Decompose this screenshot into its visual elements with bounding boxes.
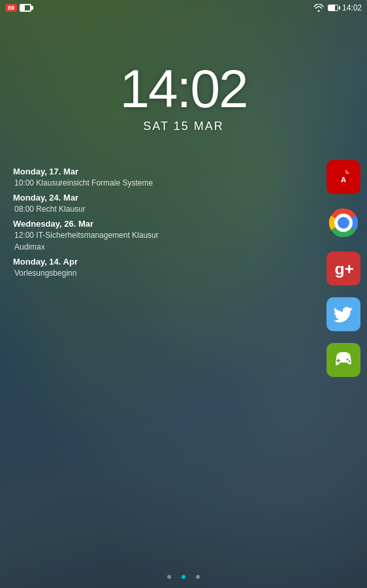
nav-dot-1[interactable] — [167, 575, 171, 579]
clock-date: SAT 15 MAR — [0, 120, 367, 133]
wifi-icon — [313, 4, 324, 12]
svg-point-6 — [347, 359, 349, 361]
event-group: Monday, 24. Mar08:00 Recht Klausur — [13, 193, 308, 215]
clock-container: 14:02 SAT 15 MAR — [0, 62, 367, 133]
status-time: 14:02 — [342, 3, 362, 12]
event-item: Audimax — [13, 241, 308, 253]
nav-dot-2[interactable] — [182, 575, 185, 579]
status-right: 14:02 — [313, 3, 362, 12]
bottom-nav — [0, 575, 367, 579]
app-icons: A g+ — [327, 160, 360, 377]
events-container: Monday, 17. Mar10:00 Klausureinsicht For… — [13, 167, 308, 283]
event-group: Wednesday, 26. Mar12:00 IT-Sicherheitsma… — [13, 219, 308, 253]
battery-left-icon — [20, 4, 31, 12]
svg-rect-5 — [336, 360, 340, 361]
acrobat-icon[interactable]: A — [327, 160, 360, 194]
svg-point-7 — [349, 361, 351, 363]
svg-text:g+: g+ — [335, 260, 355, 278]
clock-time: 14:02 — [0, 62, 367, 116]
event-day-label: Monday, 17. Mar — [13, 167, 308, 176]
event-day-label: Monday, 24. Mar — [13, 193, 308, 203]
svg-point-2 — [338, 217, 349, 229]
event-item: 10:00 Klausureinsicht Formale Systeme — [13, 177, 308, 189]
event-item: 12:00 IT-Sicherheitsmanagement Klausur — [13, 229, 308, 241]
gplus-icon[interactable]: g+ — [327, 252, 360, 286]
battery-status-icon — [328, 5, 338, 11]
event-item: Vorlesungsbeginn — [13, 267, 308, 279]
event-day-label: Wednesday, 26. Mar — [13, 219, 308, 229]
nav-dot-3[interactable] — [196, 575, 200, 579]
status-left: 89 — [5, 4, 31, 12]
event-group: Monday, 17. Mar10:00 Klausureinsicht For… — [13, 167, 308, 189]
event-item: 08:00 Recht Klausur — [13, 203, 308, 215]
event-group: Monday, 14. AprVorlesungsbeginn — [13, 257, 308, 279]
twitter-icon[interactable] — [327, 297, 360, 331]
status-bar: 89 14:02 — [0, 0, 367, 16]
event-day-label: Monday, 14. Apr — [13, 257, 308, 267]
notification-badge: 89 — [5, 4, 17, 12]
svg-text:A: A — [341, 176, 346, 184]
game-controller-icon[interactable] — [327, 343, 360, 377]
chrome-icon[interactable] — [327, 206, 360, 240]
